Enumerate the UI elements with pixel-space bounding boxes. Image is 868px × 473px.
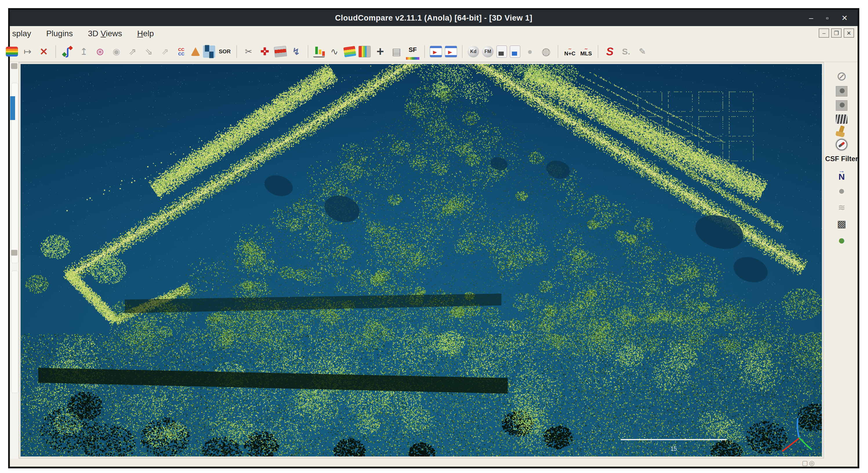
curvature-plot-icon[interactable]: ∿	[328, 45, 341, 58]
green-sphere-icon[interactable]: ●	[835, 234, 848, 247]
menu-3d-views[interactable]: 3D Views	[80, 29, 130, 38]
menu-items: splayPlugins3D ViewsHelp	[10, 29, 161, 38]
poisson-recon-icon[interactable]	[510, 45, 520, 58]
open-icon[interactable]	[6, 47, 18, 57]
window-title: CloudCompare v2.11.1 (Anola) [64-bit] - …	[335, 13, 532, 23]
title-bar[interactable]: CloudCompare v2.11.1 (Anola) [64-bit] - …	[10, 10, 858, 26]
csf-filter-label: CSF Filter	[825, 155, 858, 163]
mdi-restore-button[interactable]: ❐	[831, 28, 842, 38]
menu-plugins[interactable]: Plugins	[38, 29, 80, 38]
toolbar-separator	[462, 45, 463, 58]
3d-view-subwindow	[19, 62, 824, 459]
facets-icon[interactable]	[496, 45, 507, 58]
mdi-close-button[interactable]: ✕	[844, 28, 854, 38]
scalar-field-icon[interactable]: SF	[406, 43, 420, 60]
subsample-icon[interactable]	[191, 47, 200, 56]
add-icon[interactable]: +	[374, 45, 387, 58]
main-toolbar: ↦✕∫↥⊛◉⇗⇘⇗CCCC▚SOR✂✜↯∿+▤SFKdFM●◍∼N+C∼MLSS…	[10, 41, 858, 62]
status-grip-square-icon: ▢	[802, 460, 808, 466]
toolbar-separator	[424, 45, 425, 58]
toolbar-separator	[308, 45, 308, 58]
csf-s-icon[interactable]: S	[603, 45, 617, 58]
db-tree-panel-fragment[interactable]	[10, 62, 19, 459]
merge-icon[interactable]: ↥	[77, 45, 91, 58]
wireframe-icon[interactable]: ≋	[835, 201, 848, 213]
mdi-minimize-button[interactable]: –	[819, 28, 829, 38]
db-tree-selection-fragment	[10, 96, 15, 120]
disabled-s-icon[interactable]: S.	[619, 45, 633, 58]
zoom-custom-icon[interactable]: ⇗	[158, 45, 172, 58]
delete-icon[interactable]: ✕	[37, 45, 51, 58]
menu-help[interactable]: Help	[130, 29, 161, 38]
properties-scroll-fragment	[11, 271, 18, 393]
status-bar: ▢◎	[10, 460, 858, 467]
zoom-extents-icon[interactable]: ⇘	[142, 45, 155, 58]
menu-bar: splayPlugins3D ViewsHelp –❐✕	[10, 26, 858, 41]
histogram-icon[interactable]	[313, 45, 325, 57]
disabled-sphere-icon[interactable]: ◉	[110, 45, 123, 58]
toolbar-separator	[236, 45, 237, 58]
properties-icon-fragment	[11, 250, 18, 256]
annotate-icon[interactable]: ✎	[636, 45, 649, 58]
fit-plane-icon[interactable]	[343, 46, 356, 57]
mdi-window-controls: –❐✕	[819, 28, 854, 38]
texture-icon[interactable]: ▩	[835, 217, 848, 230]
zoom-fit-icon[interactable]: ⇗	[126, 45, 139, 58]
plugins-sidebar: ⊘CSF Filter→N●≋▩●	[826, 62, 858, 459]
disabled-ball-icon[interactable]: ●	[523, 45, 536, 58]
broom-icon[interactable]	[838, 125, 844, 134]
animation-icon[interactable]	[836, 114, 847, 124]
render-image-icon[interactable]	[836, 86, 847, 97]
translate-rotate-icon[interactable]: ✜	[258, 45, 272, 58]
octree-icon[interactable]: ▚	[203, 45, 215, 58]
color-scale-icon[interactable]	[359, 46, 371, 57]
toolbar-separator	[558, 45, 558, 58]
render-image-alt-icon[interactable]	[836, 100, 847, 111]
disabled-plugin-icon[interactable]: ⊘	[835, 70, 848, 82]
point-picking-icon[interactable]: ↯	[289, 45, 303, 58]
window-controls: –▫✕	[809, 10, 848, 26]
toolbar-separator	[598, 45, 598, 58]
globe-icon[interactable]: ◍	[539, 45, 553, 58]
canupo-train-icon[interactable]	[430, 46, 442, 57]
fast-marching-icon[interactable]: FM	[482, 46, 494, 57]
db-tree-icon-fragment	[11, 63, 18, 69]
toolbar-separator	[55, 45, 56, 58]
status-grip-circle-icon: ◎	[809, 460, 815, 466]
mesh-blob-icon[interactable]: ●	[835, 184, 848, 197]
csf-filter-icon[interactable]	[836, 139, 847, 150]
cross-section-icon[interactable]	[274, 45, 287, 57]
segment-icon[interactable]: ✂	[242, 45, 255, 58]
normals-compute-icon[interactable]: ∼N+C	[563, 45, 577, 58]
close-button[interactable]: ✕	[841, 14, 848, 22]
cloudcompare-window: CloudCompare v2.11.1 (Anola) [64-bit] - …	[8, 8, 859, 468]
mls-smoothing-icon[interactable]: ∼MLS	[580, 45, 593, 58]
save-icon[interactable]: ↦	[21, 45, 34, 58]
point-cloud-3d-viewport[interactable]	[21, 64, 822, 457]
minimize-button[interactable]: –	[809, 14, 813, 22]
maximize-button[interactable]: ▫	[826, 14, 829, 22]
clone-icon[interactable]: ∫	[61, 45, 74, 58]
canupo-classify-icon[interactable]	[445, 46, 457, 57]
cloud-cloud-distance-icon[interactable]: CCCC	[175, 45, 188, 58]
menu-display-clipped[interactable]: splay	[10, 29, 38, 38]
status-grip[interactable]: ▢◎	[802, 460, 815, 466]
normals-arrow-icon[interactable]: →N	[835, 168, 848, 180]
content-area: ⊘CSF Filter→N●≋▩●	[10, 62, 858, 459]
kdtree-icon[interactable]: Kd	[467, 46, 479, 57]
sor-filter-icon[interactable]: SOR	[218, 45, 231, 58]
statistics-icon[interactable]: ▤	[390, 45, 403, 58]
mesh-sampling-icon[interactable]: ⊛	[93, 45, 107, 58]
